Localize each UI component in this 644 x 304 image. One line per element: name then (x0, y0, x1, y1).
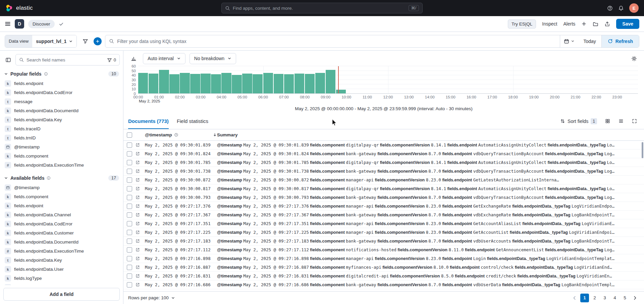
collapse-sidebar-button[interactable] (3, 55, 13, 64)
page-button[interactable]: 2 (590, 294, 599, 302)
field-item[interactable]: @timestamp (3, 142, 120, 151)
expand-document-button[interactable] (136, 265, 145, 269)
open-folder-icon[interactable] (593, 21, 598, 27)
histogram-bar[interactable] (315, 73, 325, 93)
next-page-button[interactable] (631, 294, 639, 302)
expand-document-button[interactable] (136, 239, 145, 243)
histogram-bar[interactable] (138, 73, 148, 93)
edit-visualization-button[interactable] (128, 53, 139, 64)
row-checkbox[interactable] (127, 177, 132, 183)
field-item[interactable]: #fields.endpointData.ExecutionTime (3, 161, 120, 170)
global-search-input[interactable]: Find apps, content, and more. ⌘/ (221, 3, 423, 13)
histogram-bar[interactable] (149, 74, 158, 93)
field-item[interactable]: kfields.component (3, 151, 120, 161)
share-icon[interactable] (604, 21, 610, 27)
row-checkbox[interactable] (127, 204, 132, 209)
tab-documents[interactable]: Documents (773) (128, 113, 169, 129)
sort-fields-button[interactable]: Sort fields 1 (558, 118, 599, 124)
histogram-bar[interactable] (263, 73, 273, 93)
add-field-button[interactable]: Add a field (3, 288, 120, 301)
histogram-bar[interactable] (232, 75, 241, 93)
timestamp-column-header[interactable]: @timestamp (145, 132, 217, 137)
field-item[interactable]: @timestamp (3, 183, 120, 192)
expand-document-button[interactable] (136, 169, 145, 173)
breadcrumb-discover[interactable]: Discover (28, 20, 55, 28)
field-item[interactable]: kfields.endpoint (3, 79, 120, 88)
field-item[interactable]: #fields.endpointData.ExecutionTime (3, 247, 120, 256)
expand-document-button[interactable] (136, 151, 145, 156)
histogram-bar[interactable] (190, 74, 200, 93)
histogram-bar[interactable] (284, 74, 294, 93)
row-height-button[interactable] (616, 116, 626, 126)
expand-document-button[interactable] (136, 195, 145, 200)
scrollbar-thumb[interactable] (642, 142, 643, 158)
field-item[interactable]: kfields.endpointData.CodError (3, 88, 120, 97)
refresh-button[interactable]: Refresh (602, 35, 639, 47)
add-filter-button[interactable] (94, 37, 102, 45)
field-item[interactable]: tfields.trnID (3, 133, 120, 142)
filter-button[interactable] (80, 36, 90, 46)
select-all-checkbox[interactable] (127, 132, 132, 138)
expand-document-button[interactable] (136, 178, 145, 182)
help-icon[interactable] (607, 5, 613, 11)
page-button[interactable]: 1 (580, 294, 589, 302)
histogram-options-button[interactable] (629, 53, 639, 64)
field-search-input[interactable]: Search field names 0 (15, 54, 120, 66)
row-checkbox[interactable] (127, 160, 132, 165)
row-checkbox[interactable] (127, 256, 132, 261)
expand-document-button[interactable] (136, 186, 145, 191)
field-item[interactable]: kfields.endpointData.CodError (3, 219, 120, 228)
new-plus-icon[interactable] (581, 21, 587, 27)
tab-field-statistics[interactable]: Field statistics (177, 113, 208, 129)
histogram-bar[interactable] (294, 74, 304, 93)
histogram-bar[interactable] (169, 74, 179, 93)
row-checkbox[interactable] (127, 282, 132, 288)
menu-hamburger-icon[interactable] (5, 21, 11, 27)
histogram-bar[interactable] (305, 74, 315, 93)
row-checkbox[interactable] (127, 238, 132, 244)
space-avatar[interactable]: D (15, 19, 24, 29)
row-checkbox[interactable] (127, 195, 132, 200)
data-view-picker[interactable]: Data view support_lvl_1 (5, 35, 77, 48)
date-quick-select[interactable]: Today (578, 35, 601, 47)
expand-document-button[interactable] (136, 213, 145, 217)
field-item[interactable]: kfields.endpointData.User (3, 265, 120, 274)
expand-document-button[interactable] (136, 204, 145, 208)
page-button[interactable]: 3 (600, 294, 609, 302)
field-item[interactable]: kfields.endpointData.DocumentId (3, 106, 120, 115)
alerts-link[interactable]: Alerts (564, 21, 576, 27)
notifications-bell-icon[interactable] (618, 5, 624, 11)
field-filter-button[interactable]: 0 (107, 57, 116, 62)
expand-document-button[interactable] (136, 248, 145, 252)
expand-document-button[interactable] (136, 230, 145, 234)
histogram-bar[interactable] (221, 73, 231, 93)
row-checkbox[interactable] (127, 151, 132, 157)
user-avatar[interactable]: E (629, 3, 639, 13)
field-item[interactable]: kfields.server (3, 283, 120, 285)
field-section-header[interactable]: Available fields17 (3, 174, 120, 183)
field-item[interactable]: tfields.endpointData.Key (3, 115, 120, 124)
field-item[interactable]: kfields.endpointData.Channel (3, 210, 120, 219)
histogram-bar[interactable] (242, 74, 252, 93)
histogram-bar[interactable] (326, 70, 335, 93)
row-checkbox[interactable] (127, 212, 132, 218)
prev-page-button[interactable] (570, 294, 579, 302)
elastic-logo[interactable] (5, 4, 13, 12)
histogram-bar[interactable] (180, 73, 190, 93)
save-button[interactable]: Save (616, 19, 639, 29)
row-checkbox[interactable] (127, 169, 132, 174)
field-item[interactable]: kfields.endpointData.DocumentId (3, 237, 120, 247)
expand-document-button[interactable] (136, 160, 145, 165)
field-item[interactable]: kfields.endpointData.Customer (3, 228, 120, 237)
field-item[interactable]: kfields.endpoint (3, 201, 120, 210)
page-button[interactable]: 4 (610, 294, 619, 302)
field-section-header[interactable]: Popular fields10 (3, 70, 120, 79)
row-checkbox[interactable] (127, 265, 132, 270)
date-picker-button[interactable] (560, 35, 578, 47)
interval-dropdown[interactable]: Auto interval (143, 53, 185, 64)
row-checkbox[interactable] (127, 186, 132, 191)
histogram-bar[interactable] (211, 74, 221, 93)
histogram-bar[interactable] (159, 70, 169, 93)
row-checkbox[interactable] (127, 221, 132, 226)
rows-per-page-button[interactable]: Rows per page: 100 (128, 295, 175, 300)
